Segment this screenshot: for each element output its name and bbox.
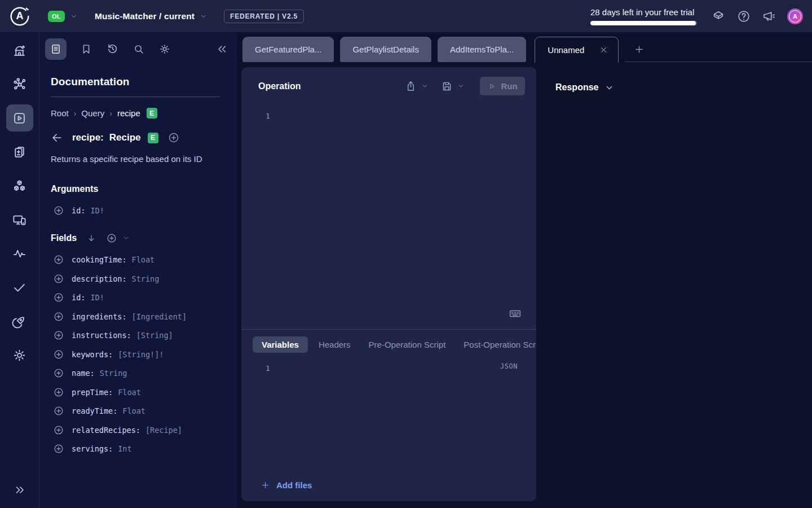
save-icon[interactable] xyxy=(441,80,453,92)
add-field-icon[interactable] xyxy=(53,330,64,341)
close-tab-icon[interactable] xyxy=(599,46,608,54)
argument-name[interactable]: id xyxy=(72,206,85,215)
save-chevron-down-icon[interactable] xyxy=(457,82,465,90)
add-field-icon[interactable] xyxy=(53,387,64,398)
field-name[interactable]: ingredients xyxy=(72,312,127,321)
sidebar-item-launches[interactable] xyxy=(3,304,37,338)
share-chevron-down-icon[interactable] xyxy=(421,82,429,90)
field-type[interactable]: [Ingredient] xyxy=(132,312,187,321)
announcements-icon[interactable] xyxy=(762,9,776,24)
add-argument-icon[interactable] xyxy=(53,205,64,216)
add-field-icon[interactable] xyxy=(53,443,64,454)
field-type[interactable]: Float xyxy=(122,406,145,415)
docs-collapse-icon[interactable] xyxy=(215,42,229,56)
schema-variant-badge: FEDERATED | V2.5 xyxy=(224,10,304,23)
org-badge[interactable]: OL xyxy=(48,11,65,22)
field-type[interactable]: [Recipe] xyxy=(145,426,182,435)
field-name[interactable]: name xyxy=(72,369,95,378)
field-heading-type[interactable]: Recipe xyxy=(109,132,141,143)
share-icon[interactable] xyxy=(405,80,417,92)
add-field-icon[interactable] xyxy=(53,367,64,379)
field-name[interactable]: instructions xyxy=(72,331,131,340)
field-type[interactable]: [String] xyxy=(136,331,173,340)
sidebar-item-insights[interactable] xyxy=(3,237,37,270)
field-type[interactable]: ID! xyxy=(90,293,104,302)
docs-tab-search[interactable] xyxy=(133,43,145,55)
sort-descending-icon[interactable] xyxy=(86,233,96,243)
user-avatar[interactable]: A xyxy=(787,8,803,24)
field-heading-name: recipe xyxy=(72,132,104,143)
field-name[interactable]: id xyxy=(72,293,85,302)
docs-tab-history[interactable] xyxy=(106,42,119,55)
argument-type[interactable]: ID! xyxy=(90,206,104,215)
tab-getfeaturedpla[interactable]: GetFeaturedPla... xyxy=(242,37,334,62)
sidebar-expand-icon[interactable] xyxy=(13,483,27,497)
field-name[interactable]: servings xyxy=(72,444,113,453)
help-icon[interactable] xyxy=(736,9,751,24)
variables-editor[interactable]: 1 JSON xyxy=(241,353,536,480)
keyboard-shortcuts-icon[interactable] xyxy=(509,307,522,320)
tab-variables[interactable]: Variables xyxy=(253,336,308,353)
field-name[interactable]: readyTime xyxy=(72,406,117,415)
sidebar-item-checks[interactable] xyxy=(3,270,37,304)
add-field-icon[interactable] xyxy=(53,405,64,417)
sidebar-item-home[interactable] xyxy=(3,33,37,67)
field-type[interactable]: Float xyxy=(132,255,155,264)
sidebar-item-schema[interactable] xyxy=(3,67,37,101)
add-all-fields-icon[interactable] xyxy=(106,233,117,244)
operation-editor[interactable]: 1 xyxy=(241,103,536,329)
field-row: ingredients [Ingredient] xyxy=(53,307,226,326)
org-chevron-down-icon[interactable] xyxy=(70,12,78,20)
field-name[interactable]: description xyxy=(72,274,127,283)
graph-chevron-down-icon[interactable] xyxy=(200,12,208,20)
add-field-to-operation-icon[interactable] xyxy=(167,132,180,144)
apollo-logo[interactable]: A xyxy=(9,6,30,27)
response-chevron-down-icon[interactable] xyxy=(604,83,614,93)
field-name[interactable]: cookingTime xyxy=(72,255,127,264)
sidebar-item-subgraphs[interactable] xyxy=(3,169,37,203)
field-type[interactable]: String xyxy=(132,274,160,283)
breadcrumb-recipe[interactable]: recipe xyxy=(117,108,140,118)
tab-headers[interactable]: Headers xyxy=(311,336,358,353)
tab-pre-operation-script[interactable]: Pre-Operation Script xyxy=(361,336,453,353)
add-field-icon[interactable] xyxy=(53,424,64,436)
sidebar-item-operations[interactable] xyxy=(3,135,37,169)
docs-tab-collections[interactable] xyxy=(80,43,92,55)
add-field-icon[interactable] xyxy=(53,349,64,360)
breadcrumb-root[interactable]: Root xyxy=(51,108,69,118)
add-field-icon[interactable] xyxy=(53,292,64,303)
divider xyxy=(51,97,220,97)
field-type[interactable]: Float xyxy=(118,388,141,397)
breadcrumb-query[interactable]: Query xyxy=(81,108,104,118)
add-field-icon[interactable] xyxy=(53,311,64,322)
entity-badge: E xyxy=(148,133,158,143)
docs-tab-settings[interactable] xyxy=(158,43,171,55)
add-fields-chevron-icon[interactable] xyxy=(122,234,130,242)
sidebar-item-clients[interactable] xyxy=(3,203,37,237)
sidebar-item-explorer[interactable] xyxy=(3,101,37,135)
tab-getplaylistdetails[interactable]: GetPlaylistDetails xyxy=(340,37,431,62)
graph-title[interactable]: Music-Matcher / current xyxy=(95,11,195,21)
tab-unnamed-active[interactable]: Unnamed xyxy=(535,37,619,63)
field-name[interactable]: keywords xyxy=(72,350,113,359)
entity-badge: E xyxy=(147,108,157,119)
new-tab-icon[interactable] xyxy=(634,44,645,55)
tab-additemstopla[interactable]: AddItemsToPla... xyxy=(438,37,526,62)
field-name[interactable]: prepTime xyxy=(72,388,113,397)
field-type[interactable]: [String!]! xyxy=(118,350,164,359)
sidebar-item-settings[interactable] xyxy=(3,338,37,372)
field-type[interactable]: Int xyxy=(118,444,131,453)
graphos-kit-icon[interactable] xyxy=(711,9,726,24)
add-field-icon[interactable] xyxy=(53,273,64,284)
back-arrow-icon[interactable] xyxy=(51,132,63,144)
operation-actions: Run xyxy=(405,77,525,95)
field-row: instructions [String] xyxy=(53,326,226,345)
field-name[interactable]: relatedRecipes xyxy=(72,426,140,435)
add-files-button[interactable]: Add files xyxy=(241,480,536,501)
docs-tab-documentation[interactable] xyxy=(45,38,67,60)
field-type[interactable]: String xyxy=(100,369,127,378)
run-button[interactable]: Run xyxy=(480,77,525,95)
pulse-icon xyxy=(12,246,27,261)
add-field-icon[interactable] xyxy=(53,254,64,265)
tab-post-operation-script[interactable]: Post-Operation Script xyxy=(456,336,536,353)
